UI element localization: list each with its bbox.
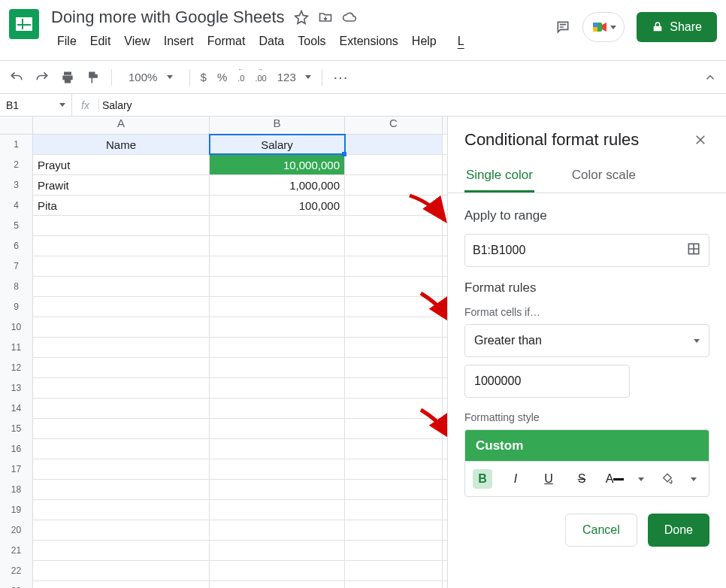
- menu-last-action[interactable]: L: [452, 32, 470, 51]
- condition-dropdown[interactable]: Greater than: [464, 324, 709, 357]
- row-header[interactable]: 13: [0, 378, 33, 399]
- cell[interactable]: [33, 338, 210, 357]
- cell[interactable]: [33, 378, 210, 398]
- cell[interactable]: [345, 581, 443, 588]
- cell[interactable]: [33, 256, 210, 276]
- cell[interactable]: [33, 520, 210, 540]
- tab-single-color[interactable]: Single color: [464, 160, 534, 192]
- italic-button[interactable]: I: [506, 469, 525, 489]
- underline-button[interactable]: U: [539, 469, 558, 489]
- cell[interactable]: Salary: [210, 135, 345, 154]
- table-row[interactable]: 21: [0, 541, 447, 561]
- row-header[interactable]: 1: [0, 135, 33, 155]
- cell[interactable]: [210, 338, 345, 357]
- menu-tools[interactable]: Tools: [292, 32, 331, 51]
- fill-color-button[interactable]: [658, 469, 677, 489]
- cell[interactable]: [210, 541, 345, 560]
- document-title[interactable]: Doing more with Google Sheets: [51, 6, 285, 29]
- menu-view[interactable]: View: [118, 32, 156, 51]
- row-header[interactable]: 10: [0, 317, 33, 338]
- star-icon[interactable]: [294, 10, 309, 25]
- cell[interactable]: 1,000,000: [210, 175, 345, 195]
- cell[interactable]: [210, 317, 345, 337]
- cell[interactable]: 10,000,000: [210, 155, 345, 174]
- decrease-decimal-button[interactable]: .0←: [237, 71, 244, 83]
- cell[interactable]: [345, 338, 443, 357]
- redo-icon[interactable]: [35, 70, 50, 85]
- row-header[interactable]: 16: [0, 439, 33, 459]
- range-input[interactable]: B1:B1000: [464, 234, 709, 267]
- cell[interactable]: [33, 419, 210, 438]
- table-row[interactable]: 10: [0, 317, 447, 338]
- cell[interactable]: [210, 520, 345, 540]
- cell[interactable]: [210, 277, 345, 296]
- table-row[interactable]: 15: [0, 419, 447, 439]
- cell[interactable]: [345, 399, 443, 418]
- number-format-dropdown[interactable]: 123: [277, 71, 311, 83]
- cell[interactable]: [345, 195, 443, 215]
- table-row[interactable]: 12: [0, 358, 447, 378]
- table-row[interactable]: 2Prayut10,000,000: [0, 155, 447, 175]
- cell[interactable]: [33, 459, 210, 479]
- table-row[interactable]: 9: [0, 297, 447, 317]
- cell[interactable]: [345, 175, 443, 195]
- table-row[interactable]: 13: [0, 378, 447, 399]
- cell[interactable]: [210, 399, 345, 418]
- cell[interactable]: [210, 419, 345, 438]
- condition-value-input[interactable]: 1000000: [464, 365, 630, 398]
- cell[interactable]: [345, 277, 443, 296]
- select-all-corner[interactable]: [0, 117, 33, 134]
- collapse-toolbar-icon[interactable]: [703, 71, 717, 84]
- row-header[interactable]: 7: [0, 256, 33, 277]
- more-tools-button[interactable]: [333, 68, 348, 86]
- cell[interactable]: [210, 236, 345, 256]
- cell[interactable]: [345, 439, 443, 459]
- menu-format[interactable]: Format: [201, 32, 252, 51]
- cell[interactable]: [345, 561, 443, 580]
- cell[interactable]: Pita: [33, 195, 210, 215]
- cell[interactable]: [345, 520, 443, 540]
- text-color-button[interactable]: A: [605, 469, 625, 489]
- column-header-C[interactable]: C: [345, 117, 443, 134]
- cell[interactable]: [345, 135, 443, 154]
- cell[interactable]: [345, 236, 443, 256]
- strikethrough-button[interactable]: S: [572, 469, 591, 489]
- move-folder-icon[interactable]: [318, 10, 333, 25]
- cell[interactable]: [33, 500, 210, 520]
- row-header[interactable]: 18: [0, 480, 33, 500]
- cell[interactable]: [33, 399, 210, 418]
- table-row[interactable]: 5: [0, 216, 447, 236]
- share-button[interactable]: Share: [637, 12, 717, 42]
- cell[interactable]: [345, 500, 443, 520]
- menu-edit[interactable]: Edit: [84, 32, 117, 51]
- cell[interactable]: [210, 439, 345, 459]
- row-header[interactable]: 6: [0, 236, 33, 256]
- cell[interactable]: [210, 459, 345, 479]
- cell[interactable]: [345, 317, 443, 337]
- spreadsheet-grid[interactable]: A B C 1NameSalary2Prayut10,000,0003Prawi…: [0, 117, 448, 588]
- cell[interactable]: [33, 439, 210, 459]
- row-header[interactable]: 11: [0, 338, 33, 358]
- row-header[interactable]: 23: [0, 581, 33, 588]
- cell[interactable]: [345, 256, 443, 276]
- cell[interactable]: [345, 480, 443, 499]
- table-row[interactable]: 6: [0, 236, 447, 256]
- table-row[interactable]: 22: [0, 561, 447, 581]
- table-row[interactable]: 16: [0, 439, 447, 459]
- paint-format-icon[interactable]: [86, 70, 101, 85]
- row-header[interactable]: 22: [0, 561, 33, 581]
- menu-file[interactable]: File: [51, 32, 83, 51]
- column-header-B[interactable]: B: [210, 117, 345, 134]
- cell[interactable]: [33, 277, 210, 296]
- increase-decimal-button[interactable]: .00→: [255, 71, 266, 83]
- name-box[interactable]: B1: [0, 94, 72, 116]
- undo-icon[interactable]: [9, 70, 24, 85]
- cell[interactable]: Prayut: [33, 155, 210, 174]
- cell[interactable]: [33, 236, 210, 256]
- cell[interactable]: [33, 541, 210, 560]
- cell[interactable]: 100,000: [210, 195, 345, 215]
- formula-input[interactable]: Salary: [99, 99, 132, 111]
- zoom-dropdown[interactable]: 100%: [123, 69, 179, 85]
- cell[interactable]: [345, 541, 443, 560]
- done-button[interactable]: Done: [648, 514, 709, 547]
